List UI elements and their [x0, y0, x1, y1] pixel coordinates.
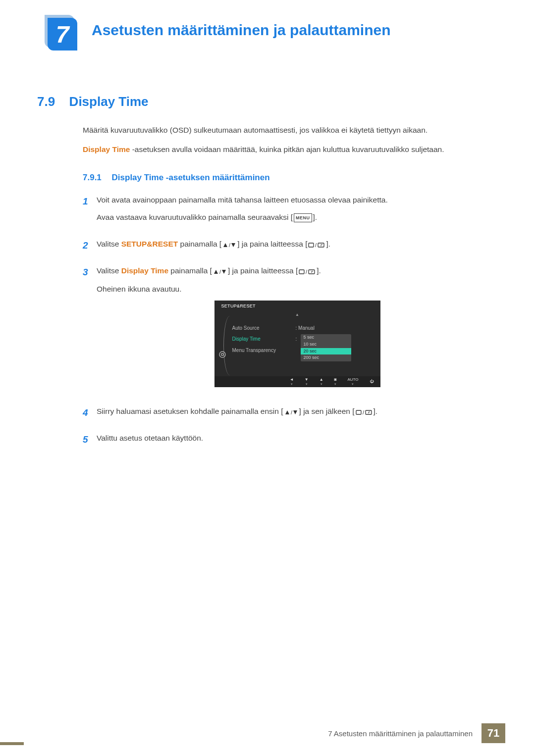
step-5: 5 Valittu asetus otetaan käyttöön. [83, 432, 498, 450]
osd-nav-power-icon: ⏻ [370, 380, 374, 384]
section-title: Display Time [69, 94, 149, 109]
source-return-icon: / [299, 265, 316, 278]
page-footer: 7 Asetusten määrittäminen ja palauttamin… [328, 723, 505, 743]
section-body: Määritä kuvaruutuvalikko (OSD) sulkeutum… [83, 124, 498, 156]
svg-rect-3 [309, 243, 314, 247]
step-number: 5 [83, 432, 97, 450]
svg-text:/: / [306, 269, 308, 275]
footer-text: 7 Asetusten määrittäminen ja palauttamin… [328, 729, 473, 738]
svg-point-12 [219, 352, 225, 357]
up-down-icon: / [284, 405, 298, 418]
gear-icon [218, 351, 226, 358]
svg-rect-9 [299, 270, 304, 274]
osd-nav-down-icon: ▼▾ [305, 378, 309, 386]
step-number: 2 [83, 238, 97, 256]
page: 7 Asetusten määrittäminen ja palauttamin… [0, 0, 535, 756]
osd-option: 200 sec [301, 354, 351, 361]
footer-page-number: 71 [482, 723, 505, 743]
step-5-text: Valittu asetus otetaan käyttöön. [97, 432, 498, 445]
section: 7.9 Display Time Määritä kuvaruutuvalikk… [37, 94, 498, 458]
paragraph-2: Display Time -asetuksen avulla voidaan m… [83, 144, 498, 156]
paragraph-1: Määritä kuvaruutuvalikko (OSD) sulkeutum… [83, 124, 498, 137]
osd-option: 5 sec [301, 334, 351, 341]
svg-marker-6 [214, 270, 218, 274]
step-4: 4 Siirry haluamasi asetuksen kohdalle pa… [83, 405, 498, 423]
term-display-time: Display Time [83, 145, 130, 153]
subsection-title: Display Time -asetuksen määrittäminen [112, 173, 270, 182]
subsection-number: 7.9.1 [83, 173, 102, 182]
osd-option: 10 sec [301, 341, 351, 348]
osd-window: SETUP&RESET ▲ Auto Sourc [214, 301, 380, 387]
source-return-icon: / [356, 405, 373, 418]
osd-dropdown: 5 sec 10 sec 20 sec 200 sec [301, 334, 351, 361]
step-1-line-a: Voit avata avainoppaan painamalla mitä t… [97, 194, 498, 206]
svg-marker-0 [223, 243, 227, 247]
step-1: 1 Voit avata avainoppaan painamalla mitä… [83, 194, 498, 229]
osd-menu: Auto Source Display Time Menu Transparen… [232, 318, 292, 379]
step-number: 1 [83, 194, 97, 229]
svg-marker-8 [222, 270, 226, 274]
svg-text:/: / [363, 409, 365, 415]
osd-item-display-time: Display Time [232, 334, 292, 345]
osd-nav-auto: AUTO▾ [347, 378, 358, 386]
chapter-badge: 7 [45, 15, 80, 54]
source-return-icon: / [308, 238, 325, 251]
osd-title: SETUP&RESET [214, 301, 380, 311]
svg-marker-2 [231, 243, 235, 247]
up-down-icon: / [222, 238, 236, 251]
chapter-title: Asetusten määrittäminen ja palauttaminen [92, 22, 391, 39]
svg-text:/: / [229, 242, 231, 248]
osd-nav-up-icon: ▲▾ [320, 378, 323, 386]
keyword-setup-reset: SETUP&RESET [121, 240, 178, 248]
osd-item-menu-transparency: Menu Transparency [232, 345, 292, 356]
step-3-extra: Oheinen ikkuna avautuu. [97, 283, 498, 296]
osd-scroll-up-icon: ▲ [214, 311, 380, 318]
svg-text:/: / [291, 409, 293, 415]
step-number: 4 [83, 405, 97, 423]
subsection-heading: 7.9.1 Display Time -asetuksen määrittämi… [83, 173, 498, 183]
svg-text:/: / [315, 242, 317, 248]
svg-rect-17 [356, 410, 361, 414]
step-1-line-b: Avaa vastaava kuvaruutuvalikko painamall… [97, 211, 498, 224]
osd-nav-left-icon: ◄▾ [290, 378, 294, 386]
steps-list: 1 Voit avata avainoppaan painamalla mitä… [83, 194, 498, 450]
keyword-display-time: Display Time [121, 266, 168, 275]
footer-accent-bar [0, 742, 24, 745]
step-3: 3 Valitse Display Time painamalla [/] ja… [83, 264, 498, 396]
osd-value-auto-source: Manual [298, 325, 315, 331]
osd-option-selected: 20 sec [301, 348, 351, 355]
step-2: 2 Valitse SETUP&RESET painamalla [/] ja … [83, 238, 498, 256]
osd-bottom-bar: ◄▾ ▼▾ ▲▾ ◙▾ AUTO▾ ⏻ [214, 376, 380, 387]
menu-icon: MENU [294, 213, 312, 223]
subsection: 7.9.1 Display Time -asetuksen määrittämi… [83, 173, 498, 450]
osd-nav-enter-icon: ◙▾ [334, 378, 337, 386]
up-down-icon: / [213, 265, 227, 278]
svg-point-13 [221, 353, 223, 355]
chapter-number: 7 [48, 18, 77, 50]
section-number: 7.9 [37, 94, 55, 109]
osd-item-auto-source: Auto Source [232, 323, 292, 334]
svg-marker-14 [285, 410, 289, 414]
step-number: 3 [83, 264, 97, 396]
svg-marker-16 [293, 410, 297, 414]
svg-text:/: / [219, 269, 221, 275]
